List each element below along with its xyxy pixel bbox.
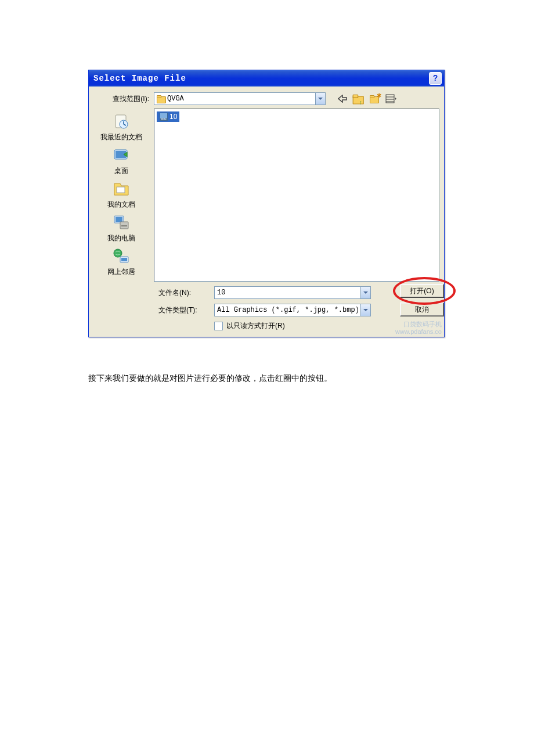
svg-point-15 xyxy=(114,249,122,257)
readonly-checkbox[interactable] xyxy=(214,322,223,330)
file-open-dialog: Select Image File ? 查找范围(I): QVGA ↑ xyxy=(88,70,445,337)
network-icon xyxy=(112,247,131,266)
lookin-combo[interactable]: QVGA xyxy=(154,92,326,105)
file-item-label: 10 xyxy=(169,113,177,121)
my-computer-icon xyxy=(112,214,131,232)
lookin-label: 查找范围(I): xyxy=(93,94,154,104)
places-desktop[interactable]: 桌面 xyxy=(92,145,150,177)
places-bar: 我最近的文档 桌面 xyxy=(89,109,154,282)
help-button[interactable]: ? xyxy=(429,72,442,85)
filetype-value: All Graphics (*.gif, *.jpg, *.bmp) xyxy=(217,306,359,314)
svg-rect-17 xyxy=(121,258,127,261)
dialog-titlebar[interactable]: Select Image File ? xyxy=(89,70,444,87)
jpg-file-icon: JPG xyxy=(159,112,168,121)
filename-input[interactable]: 10 xyxy=(214,286,371,299)
back-button[interactable] xyxy=(336,92,349,105)
folder-icon xyxy=(157,95,165,102)
filename-value: 10 xyxy=(217,289,225,297)
new-folder-button[interactable]: ✱ xyxy=(369,92,381,105)
readonly-label: 以只读方式打开(R) xyxy=(226,321,285,331)
svg-rect-10 xyxy=(117,187,125,193)
instruction-caption: 接下来我们要做的就是对图片进行必要的修改，点击红圈中的按钮。 xyxy=(88,373,534,384)
cancel-button[interactable]: 取消 xyxy=(400,303,444,316)
filetype-combo[interactable]: All Graphics (*.gif, *.jpg, *.bmp) xyxy=(214,304,371,316)
watermark: 口袋数码手机 www.pdafans.co xyxy=(395,321,442,336)
places-network[interactable]: 网上邻居 xyxy=(92,246,150,278)
file-item[interactable]: JPG 10 xyxy=(157,111,179,122)
chevron-down-icon[interactable] xyxy=(360,304,370,316)
places-my-documents[interactable]: 我的文档 xyxy=(92,178,150,211)
desktop-icon xyxy=(112,146,131,165)
svg-rect-12 xyxy=(116,217,122,222)
file-list-view[interactable]: JPG 10 xyxy=(154,109,439,282)
up-one-level-button[interactable]: ↑ xyxy=(352,92,365,105)
filetype-label: 文件类型(T): xyxy=(158,305,214,315)
chevron-down-icon[interactable] xyxy=(360,287,370,298)
lookin-value: QVGA xyxy=(167,95,184,103)
views-button[interactable] xyxy=(385,92,398,105)
svg-text:JPG: JPG xyxy=(161,117,167,121)
dialog-title: Select Image File xyxy=(93,74,429,83)
chevron-down-icon[interactable] xyxy=(315,93,325,105)
my-documents-icon xyxy=(112,180,131,199)
open-button[interactable]: 打开(O) xyxy=(400,284,444,298)
places-my-computer[interactable]: 我的电脑 xyxy=(92,212,150,244)
filename-label: 文件名(N): xyxy=(158,288,214,298)
places-recent-documents[interactable]: 我最近的文档 xyxy=(92,111,150,143)
svg-rect-14 xyxy=(121,225,127,226)
recent-documents-icon xyxy=(112,113,131,131)
